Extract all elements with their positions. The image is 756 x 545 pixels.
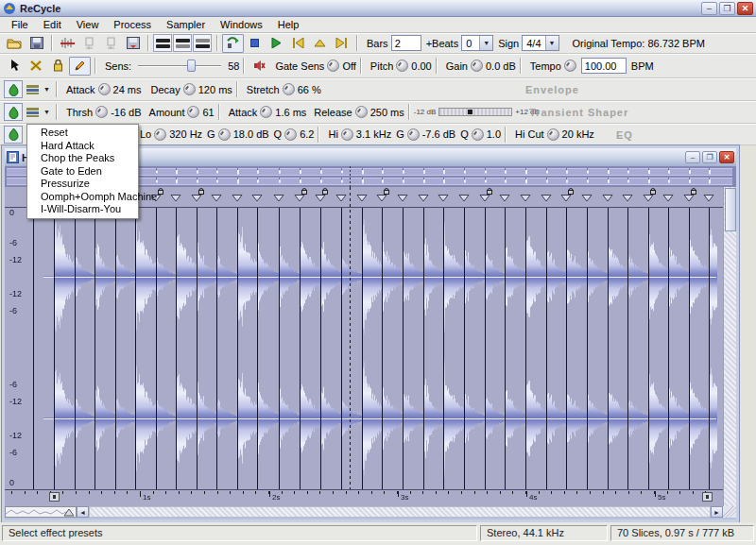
eq-lo-q-value: 6.2 <box>300 128 314 140</box>
stop-button[interactable] <box>244 34 266 53</box>
doc-minimize-button[interactable]: – <box>685 151 700 163</box>
tr-attack-value: 1.6 ms <box>275 107 306 118</box>
sens-slider-thumb[interactable] <box>187 60 196 72</box>
pencil-tool-button[interactable] <box>69 57 91 76</box>
status-info: 70 Slices, 0.97 s / 777 kB <box>610 525 754 541</box>
envelope-section-label: Envelope <box>525 84 579 95</box>
eq-lo-knob[interactable] <box>154 128 166 141</box>
lock-tool-button[interactable] <box>47 57 69 76</box>
sign-combo-arrow-icon[interactable]: ▼ <box>545 36 558 50</box>
sign-combo[interactable]: 4/4▼ <box>522 35 558 51</box>
eq-lo-label: Lo <box>140 128 151 140</box>
tempo-knob[interactable] <box>564 60 576 72</box>
doc-restore-button[interactable]: ❐ <box>702 151 717 163</box>
loop-preview-button[interactable] <box>222 34 244 53</box>
menu-help[interactable]: Help <box>270 17 307 32</box>
menu-windows[interactable]: Windows <box>213 17 270 32</box>
thrsh-label: Thrsh <box>66 107 93 118</box>
export-button[interactable] <box>122 34 144 53</box>
sign-label: Sign <box>498 38 519 49</box>
view-both-button[interactable] <box>153 34 172 52</box>
menu-item-reset[interactable]: Reset <box>27 127 138 140</box>
minimize-button[interactable]: – <box>701 2 717 15</box>
eq-power-button[interactable] <box>4 126 23 144</box>
env-decay-knob[interactable] <box>183 83 196 95</box>
sens-slider[interactable] <box>138 59 221 73</box>
beats-label: +Beats <box>426 38 459 49</box>
pitch-knob[interactable] <box>396 60 408 72</box>
menu-process[interactable]: Process <box>106 17 159 32</box>
goto-start-button[interactable] <box>287 34 309 53</box>
doc-resize-grip[interactable] <box>723 506 736 518</box>
envelope-preset-arrow-icon[interactable]: ▼ <box>42 80 52 98</box>
preview-toggle-icon[interactable] <box>57 34 78 53</box>
play-button[interactable] <box>266 34 287 53</box>
waveform-canvas[interactable] <box>5 187 723 506</box>
gate-sens-knob[interactable] <box>327 60 339 72</box>
menu-item-gate-to-eden[interactable]: Gate to Eden <box>27 165 138 179</box>
tr-attack-knob[interactable] <box>260 106 272 118</box>
envelope-power-button[interactable] <box>4 80 23 98</box>
env-stretch-knob[interactable] <box>283 83 295 95</box>
amount-knob[interactable] <box>187 106 199 118</box>
menu-item-chop-the-peaks[interactable]: Chop the Peaks <box>27 152 138 165</box>
eq-hicut-knob[interactable] <box>547 128 559 141</box>
window-title: ReCycle <box>20 3 699 14</box>
arrow-tool-button[interactable] <box>4 57 26 76</box>
tempo-input[interactable] <box>581 58 627 74</box>
goto-marker-button[interactable] <box>309 34 331 53</box>
eq-lo-gain-knob[interactable] <box>218 128 231 141</box>
gain-label: Gain <box>446 60 468 72</box>
vertical-scrollbar-thumb[interactable] <box>725 188 736 231</box>
gate-mute-icon[interactable] <box>249 57 270 76</box>
tr-gain-meter[interactable] <box>438 108 512 116</box>
menu-edit[interactable]: Edit <box>36 17 69 32</box>
menu-sampler[interactable]: Sampler <box>159 17 213 32</box>
save-button[interactable] <box>26 34 47 53</box>
hscroll-right-button[interactable]: ► <box>711 506 723 518</box>
release-knob[interactable] <box>355 106 368 118</box>
gain-value: 0.0 dB <box>486 60 516 72</box>
menu-file[interactable]: File <box>4 17 36 32</box>
menu-view[interactable]: View <box>69 17 107 32</box>
env-attack-knob[interactable] <box>98 83 111 95</box>
eq-lo-q-knob[interactable] <box>284 128 297 141</box>
view-right-button[interactable] <box>193 34 212 52</box>
bars-input[interactable] <box>391 35 421 51</box>
beats-combo[interactable]: 0▼ <box>461 35 493 51</box>
transient-preset-button[interactable] <box>23 103 42 121</box>
open-button[interactable] <box>4 34 26 53</box>
menu-item-hard-attack[interactable]: Hard Attack <box>27 140 138 153</box>
thrsh-knob[interactable] <box>95 106 108 118</box>
zoom-widget[interactable] <box>5 506 77 518</box>
eq-hi-gain-knob[interactable] <box>407 128 420 141</box>
menu-item-i-will-disarm-you[interactable]: I-Will-Disarm-You <box>27 203 138 216</box>
transient-preset-arrow-icon[interactable]: ▼ <box>42 103 52 121</box>
view-left-button[interactable] <box>173 34 192 52</box>
vertical-scrollbar[interactable] <box>723 187 736 506</box>
goto-end-button[interactable] <box>331 34 352 53</box>
envelope-preset-button[interactable] <box>23 80 42 98</box>
doc-close-button[interactable]: ✕ <box>719 151 734 163</box>
eq-hi-q-knob[interactable] <box>472 128 484 141</box>
transient-power-button[interactable] <box>4 103 23 121</box>
preset-menu: Reset Hard Attack Chop the Peaks Gate to… <box>26 124 139 219</box>
prev-slice-button[interactable] <box>78 34 100 53</box>
eq-hi-g-value: -7.6 dB <box>422 128 455 140</box>
horizontal-scrollbar[interactable] <box>89 506 711 518</box>
menu-item-pressurize[interactable]: Pressurize <box>27 178 138 191</box>
mute-tool-button[interactable] <box>26 57 47 76</box>
release-value: 250 ms <box>370 107 404 118</box>
window-titlebar[interactable]: ReCycle – ❐ ✕ <box>0 0 756 17</box>
tr-gain-min: -12 dB <box>414 108 437 116</box>
eq-hi-value: 3.1 kHz <box>356 128 391 140</box>
menu-item-oomph-oomph-machine[interactable]: Oomph+Oomph Machine <box>27 191 138 204</box>
sens-label: Sens: <box>105 60 131 72</box>
zoom-out-button[interactable]: ◄ <box>77 506 89 518</box>
eq-hi-knob[interactable] <box>341 128 353 141</box>
next-slice-button[interactable] <box>100 34 122 53</box>
gain-knob[interactable] <box>471 60 483 72</box>
close-button[interactable]: ✕ <box>737 2 753 15</box>
beats-combo-arrow-icon[interactable]: ▼ <box>479 36 492 50</box>
restore-button[interactable]: ❐ <box>719 2 735 15</box>
